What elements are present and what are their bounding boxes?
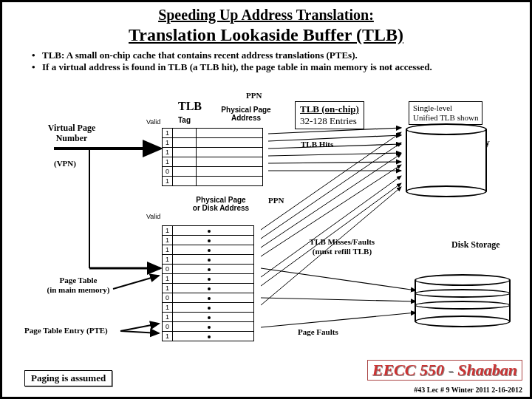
ppn-label-2: PPN xyxy=(268,196,284,205)
pt-row: 1 xyxy=(163,303,254,313)
pt-row: 1 xyxy=(163,274,254,284)
tlb-row: 1 xyxy=(163,157,263,167)
tlb-row: 0 xyxy=(163,167,263,177)
page-faults-label: Page Faults xyxy=(298,327,338,337)
tlb-on-chip-box: TLB (on-chip) 32-128 Entries xyxy=(295,101,364,129)
svg-line-17 xyxy=(261,298,416,301)
tlb-label: TLB xyxy=(178,100,202,113)
pt-row: 0 xyxy=(163,293,254,303)
pt-row: 1 xyxy=(163,236,254,245)
title-line-1: Speeding Up Address Translation: xyxy=(2,7,530,24)
pt-row: 1 xyxy=(163,226,254,236)
tlb-table: 1 1 1 1 0 1 xyxy=(162,128,263,186)
footer-line: #43 Lec # 9 Winter 2011 2-16-2012 xyxy=(414,386,522,394)
disk-storage-icon xyxy=(415,274,511,327)
pte-label: Page Table Entry (PTE) xyxy=(24,326,108,335)
vpn-label: Virtual Page Number xyxy=(35,123,109,144)
svg-line-13 xyxy=(261,176,401,277)
svg-line-6 xyxy=(268,153,401,156)
tlb-on-chip-l2: 32-128 Entries xyxy=(300,115,359,127)
svg-line-21 xyxy=(120,331,159,333)
svg-line-5 xyxy=(268,144,401,149)
pt-row: 1 xyxy=(163,255,254,265)
svg-line-20 xyxy=(120,324,159,331)
page-table-l2: (in main memory) xyxy=(30,285,126,295)
single-level-l1: Single-level xyxy=(413,103,478,113)
tlb-hits-label: TLB Hits xyxy=(301,140,333,149)
svg-line-10 xyxy=(261,143,401,239)
pt-row: 1 xyxy=(163,332,254,341)
page-table-l1: Page Table xyxy=(30,276,126,285)
pt-row: 0 xyxy=(163,322,254,332)
vpn-paren: (VPN) xyxy=(54,159,76,168)
slide: Speeding Up Address Translation: Transla… xyxy=(0,0,532,399)
bullet-list: TLB: A small on-chip cache that contains… xyxy=(32,50,508,74)
credit-b: Shaaban xyxy=(457,361,517,379)
svg-line-18 xyxy=(261,313,416,327)
pt-row: 1 xyxy=(163,245,254,255)
tlb-misses-label: TLB Misses/Faults (must refill TLB) xyxy=(298,237,386,256)
pt-row: 1 xyxy=(163,284,254,293)
pt-row: 0 xyxy=(163,265,254,274)
valid-label-pt: Valid xyxy=(146,213,160,220)
svg-line-4 xyxy=(268,135,401,141)
single-level-l2: Unified TLB shown xyxy=(413,113,478,123)
tlb-on-chip-l1: TLB (on-chip) xyxy=(300,103,359,115)
svg-line-16 xyxy=(261,268,416,290)
ppa-label: Physical Page Address xyxy=(216,106,276,122)
single-level-box: Single-level Unified TLB shown xyxy=(409,101,482,125)
vpn-l2: Number xyxy=(35,134,109,144)
credit-sep: - xyxy=(448,361,457,379)
tlb-row: 1 xyxy=(163,148,263,157)
footer-credit: EECC 550 - Shaaban xyxy=(367,360,522,381)
tlb-misses-l2: (must refill TLB) xyxy=(298,247,386,256)
tlb-row: 1 xyxy=(163,177,263,186)
valid-label-tlb: Valid xyxy=(146,118,160,126)
vpn-l1: Virtual Page xyxy=(35,123,109,134)
bullet-2: If a virtual address is found in TLB (a … xyxy=(32,61,508,73)
tag-label: Tag xyxy=(178,116,191,124)
page-table: 1 1 1 1 0 1 1 0 1 1 0 1 xyxy=(162,225,254,341)
ppda-label: Physical Page or Disk Address xyxy=(184,196,258,212)
title-line-2: Translation Lookaside Buffer (TLB) xyxy=(2,25,530,45)
pt-row: 1 xyxy=(163,313,254,322)
disk-label: Disk Storage xyxy=(451,240,500,250)
ppn-label-1: PPN xyxy=(246,91,262,100)
diagram: TLB PPN Valid Tag Physical Page Address … xyxy=(2,91,532,357)
physical-memory-icon xyxy=(406,123,487,197)
credit-a: EECC 550 xyxy=(372,361,444,379)
tlb-row: 1 xyxy=(163,138,263,148)
tlb-misses-l1: TLB Misses/Faults xyxy=(298,237,386,247)
tlb-row: 1 xyxy=(163,129,263,138)
page-table-label: Page Table (in main memory) xyxy=(30,276,126,294)
svg-line-7 xyxy=(268,162,401,163)
paging-assumed-box: Paging is assumed xyxy=(24,370,112,386)
bullet-1: TLB: A small on-chip cache that contains… xyxy=(32,50,508,61)
